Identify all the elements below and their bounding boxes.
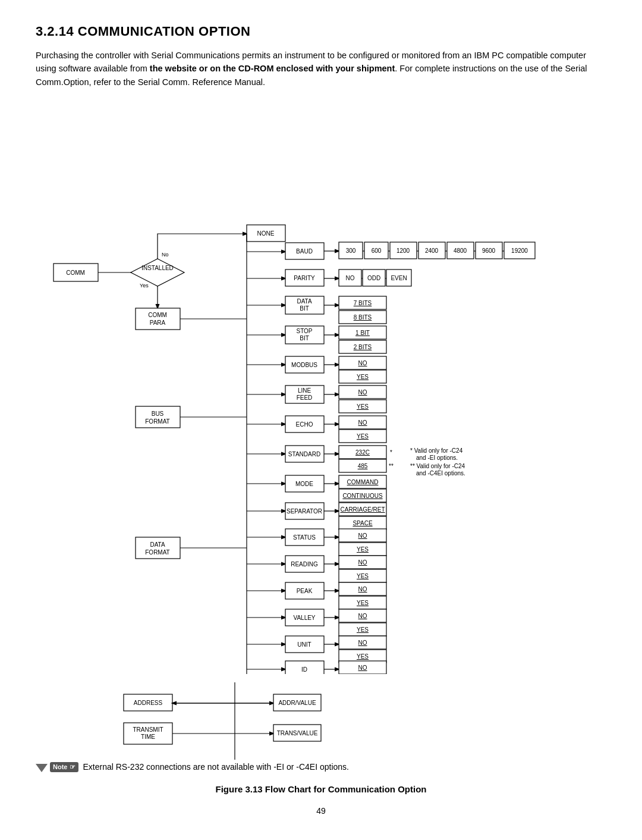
svg-text:ADDRESS: ADDRESS <box>134 700 163 706</box>
svg-text:READING: READING <box>291 561 318 568</box>
svg-text:1 BIT: 1 BIT <box>355 330 370 336</box>
svg-text:ADDR/VALUE: ADDR/VALUE <box>278 700 316 706</box>
svg-text:YES: YES <box>357 403 369 410</box>
svg-text:**: ** <box>389 463 394 469</box>
svg-text:NO: NO <box>358 419 367 426</box>
svg-marker-3 <box>131 259 184 286</box>
svg-text:SEPARATOR: SEPARATOR <box>287 508 322 515</box>
note-triangle-icon <box>36 764 48 772</box>
svg-text:TRANSMIT: TRANSMIT <box>133 726 163 733</box>
svg-text:SPACE: SPACE <box>353 520 372 526</box>
svg-text:*  Valid only for -C24: * Valid only for -C24 <box>410 447 463 454</box>
svg-text:ID: ID <box>301 666 307 673</box>
svg-text:BAUD: BAUD <box>296 248 313 255</box>
note-badge: Note ☞ <box>50 762 78 772</box>
svg-text:** Valid only for -C24: ** Valid only for -C24 <box>410 463 465 469</box>
svg-text:TIME: TIME <box>141 734 155 740</box>
svg-text:8 BITS: 8 BITS <box>354 314 372 321</box>
svg-text:600: 600 <box>372 247 382 254</box>
flowchart-bottom-svg: .fc-text { font-family: Arial, sans-seri… <box>36 682 583 760</box>
page-number: 49 <box>36 806 606 816</box>
svg-text:No: No <box>162 252 169 258</box>
svg-text:PARITY: PARITY <box>294 275 315 281</box>
svg-text:MODBUS: MODBUS <box>291 362 317 368</box>
svg-text:STATUS: STATUS <box>293 534 316 541</box>
svg-text:FEED: FEED <box>297 394 313 401</box>
svg-text:300: 300 <box>346 247 356 254</box>
svg-text:NO: NO <box>358 360 367 366</box>
svg-text:CONTINUOUS: CONTINUOUS <box>342 493 383 499</box>
svg-text:YES: YES <box>357 653 369 660</box>
svg-text:DATA: DATA <box>297 298 312 305</box>
svg-text:2 BITS: 2 BITS <box>354 344 372 350</box>
section-heading: 3.2.14 COMMUNICATION OPTION <box>36 24 606 39</box>
flowchart-container: .fc-text { font-family: Arial, sans-seri… <box>36 103 606 674</box>
svg-text:ODD: ODD <box>367 275 380 281</box>
svg-text:NO: NO <box>358 559 367 566</box>
svg-text:YES: YES <box>357 546 369 553</box>
svg-text:YES: YES <box>357 433 369 440</box>
svg-text:LINE: LINE <box>298 387 311 394</box>
flowchart-svg: .fc-text { font-family: Arial, sans-seri… <box>48 103 594 674</box>
svg-text:NO: NO <box>358 532 367 539</box>
svg-text:BIT: BIT <box>300 305 309 312</box>
svg-text:CARRIAGE/RET: CARRIAGE/RET <box>340 506 385 513</box>
svg-text:19200: 19200 <box>511 247 528 254</box>
svg-text:TRANS/VALUE: TRANS/VALUE <box>277 730 318 736</box>
svg-text:*: * <box>390 449 392 456</box>
svg-text:PEAK: PEAK <box>297 588 313 594</box>
svg-text:STANDARD: STANDARD <box>288 451 320 457</box>
svg-text:232C: 232C <box>355 449 370 456</box>
svg-text:NONE: NONE <box>257 230 275 237</box>
svg-text:7 BITS: 7 BITS <box>354 300 372 306</box>
svg-text:UNIT: UNIT <box>297 641 311 648</box>
svg-text:1200: 1200 <box>396 247 410 254</box>
intro-paragraph: Purchasing the controller with Serial Co… <box>36 49 606 89</box>
svg-text:YES: YES <box>357 573 369 579</box>
svg-text:NO: NO <box>358 640 367 646</box>
note-text: External RS-232 connections are not avai… <box>83 762 349 772</box>
svg-text:FORMAT: FORMAT <box>145 418 169 425</box>
svg-text:Yes: Yes <box>140 283 149 289</box>
note-section: Note ☞ External RS-232 connections are n… <box>36 762 606 772</box>
svg-text:YES: YES <box>357 374 369 380</box>
svg-text:2400: 2400 <box>425 247 439 254</box>
svg-text:COMMAND: COMMAND <box>347 479 379 485</box>
svg-text:YES: YES <box>357 626 369 633</box>
svg-text:NO: NO <box>358 665 367 671</box>
svg-text:and -EI options.: and -EI options. <box>416 455 458 461</box>
svg-text:STOP: STOP <box>296 328 312 334</box>
svg-text:PARA: PARA <box>150 319 166 326</box>
svg-text:NO: NO <box>358 613 367 619</box>
svg-text:NO: NO <box>358 586 367 593</box>
svg-text:FORMAT: FORMAT <box>145 549 169 556</box>
svg-text:NO: NO <box>358 389 367 396</box>
svg-text:4800: 4800 <box>454 247 467 254</box>
svg-text:DATA: DATA <box>150 541 165 548</box>
svg-text:BUS: BUS <box>152 410 164 417</box>
svg-text:COMM: COMM <box>148 312 167 318</box>
svg-text:MODE: MODE <box>295 481 313 487</box>
svg-text:VALLEY: VALLEY <box>293 615 315 621</box>
svg-text:BIT: BIT <box>300 335 309 341</box>
svg-text:NO: NO <box>346 275 355 281</box>
svg-text:INSTALLED: INSTALLED <box>141 265 174 271</box>
svg-text:9600: 9600 <box>482 247 496 254</box>
svg-text:485: 485 <box>358 463 368 469</box>
svg-text:EVEN: EVEN <box>391 275 407 281</box>
svg-text:YES: YES <box>357 600 369 606</box>
svg-text:ECHO: ECHO <box>296 421 313 428</box>
svg-text:and -C4EI options.: and -C4EI options. <box>416 470 465 477</box>
figure-caption: Figure 3.13 Flow Chart for Communication… <box>36 784 606 794</box>
svg-text:COMM: COMM <box>66 269 85 276</box>
